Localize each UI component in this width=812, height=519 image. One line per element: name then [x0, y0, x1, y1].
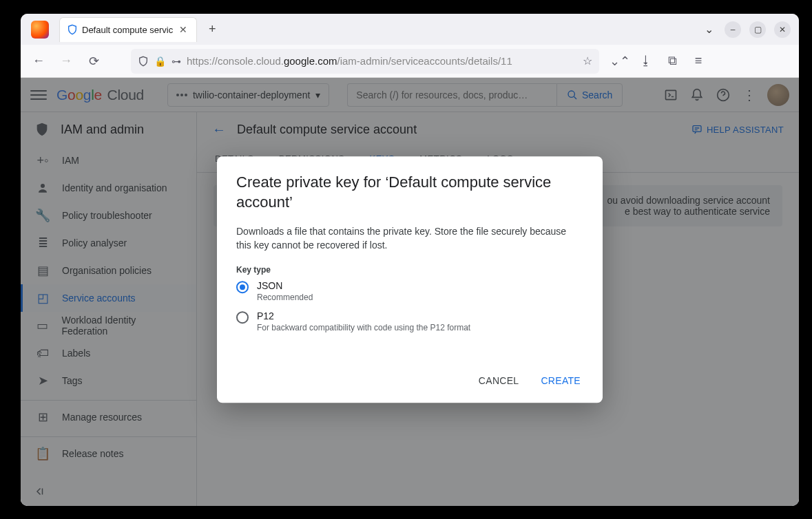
browser-tab[interactable]: Default compute servic ✕	[59, 17, 197, 42]
tab-close-button[interactable]: ✕	[177, 23, 189, 36]
extensions-icon[interactable]: ⧉	[661, 50, 683, 72]
radio-icon	[236, 281, 249, 293]
address-bar[interactable]: 🔒 ⊶ https://console.cloud.google.com/iam…	[131, 49, 599, 74]
url-text: https://console.cloud.google.com/iam-adm…	[187, 55, 512, 67]
create-key-dialog: Create private key for ‘Default compute …	[217, 156, 603, 403]
key-type-p12-radio[interactable]: P12 For backward compatibility with code…	[236, 310, 583, 332]
pocket-icon[interactable]: ⌄⌃	[609, 50, 631, 72]
window-minimize-button[interactable]: –	[725, 21, 741, 38]
nav-forward-button[interactable]: →	[55, 50, 77, 72]
key-type-json-radio[interactable]: JSON Recommended	[236, 280, 583, 302]
tab-list-chevron-icon[interactable]: ⌄	[702, 20, 716, 39]
gcp-console: Google Cloud twilio-container-deployment…	[21, 78, 799, 506]
bookmark-star-icon[interactable]: ☆	[583, 54, 592, 67]
dialog-title: Create private key for ‘Default compute …	[236, 173, 583, 212]
dialog-description: Downloads a file that contains the priva…	[236, 224, 583, 253]
firefox-logo-icon	[31, 21, 49, 39]
tab-title: Default compute servic	[82, 25, 173, 35]
nav-back-button[interactable]: ←	[28, 50, 50, 72]
app-menu-icon[interactable]: ≡	[687, 50, 709, 72]
nav-reload-button[interactable]: ⟳	[83, 50, 105, 72]
window-close-button[interactable]: ✕	[774, 21, 791, 38]
shield-icon	[67, 24, 78, 35]
tab-bar: Default compute servic ✕ + ⌄ – ▢ ✕	[21, 14, 799, 45]
lock-icon: 🔒	[154, 56, 166, 67]
create-button[interactable]: CREATE	[538, 370, 583, 392]
nav-toolbar: ← → ⟳ 🔒 ⊶ https://console.cloud.google.c…	[21, 45, 799, 78]
cancel-button[interactable]: CANCEL	[476, 370, 522, 392]
permissions-icon: ⊶	[171, 56, 181, 67]
downloads-icon[interactable]: ⭳	[635, 50, 657, 72]
radio-icon	[236, 311, 249, 324]
key-type-label: Key type	[236, 265, 583, 275]
tracking-shield-icon	[138, 56, 149, 67]
window-maximize-button[interactable]: ▢	[749, 21, 766, 38]
browser-window: Default compute servic ✕ + ⌄ – ▢ ✕ ← → ⟳…	[21, 14, 799, 506]
new-tab-button[interactable]: +	[202, 20, 222, 39]
